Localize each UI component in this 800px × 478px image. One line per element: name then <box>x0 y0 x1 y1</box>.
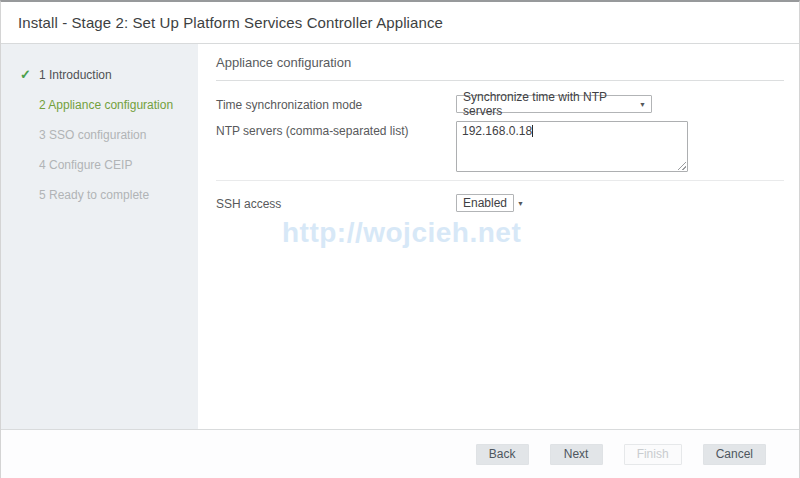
step-label: 3 SSO configuration <box>39 128 146 142</box>
chevron-down-icon: ▼ <box>507 200 524 207</box>
time-sync-label: Time synchronization mode <box>216 95 456 112</box>
ntp-servers-row: NTP servers (comma-separated list) 192.1… <box>216 121 784 172</box>
time-sync-selected-value: Synchronize time with NTP servers <box>463 90 629 118</box>
finish-button[interactable]: Finish <box>624 444 682 465</box>
resize-handle-icon[interactable] <box>677 161 686 170</box>
titlebar: Install - Stage 2: Set Up Platform Servi… <box>1 2 799 44</box>
chevron-down-icon: ▼ <box>629 101 646 108</box>
ssh-access-selected-value: Enabled <box>463 196 507 210</box>
back-button[interactable]: Back <box>476 444 529 465</box>
wizard-steps-sidebar: ✓ 1 Introduction 2 Appliance configurati… <box>1 44 198 429</box>
text-cursor <box>532 125 533 137</box>
installer-window: Install - Stage 2: Set Up Platform Servi… <box>0 0 800 478</box>
cancel-button[interactable]: Cancel <box>703 444 766 465</box>
divider <box>216 180 784 181</box>
page-title: Appliance configuration <box>216 44 784 81</box>
sidebar-step-sso-configuration: 3 SSO configuration <box>1 120 198 150</box>
step-label: 1 Introduction <box>39 68 112 82</box>
ntp-servers-label: NTP servers (comma-separated list) <box>216 121 456 138</box>
ssh-access-row: SSH access Enabled ▼ <box>216 194 784 212</box>
sidebar-step-introduction: ✓ 1 Introduction <box>1 60 198 90</box>
main-content: Appliance configuration Time synchroniza… <box>198 44 799 429</box>
ssh-access-label: SSH access <box>216 194 456 211</box>
watermark-text: http://wojcieh.net <box>282 217 521 249</box>
body: ✓ 1 Introduction 2 Appliance configurati… <box>1 44 799 429</box>
footer-button-bar: Back Next Finish Cancel <box>1 429 799 478</box>
sidebar-step-ready-to-complete: 5 Ready to complete <box>1 180 198 210</box>
ntp-servers-value: 192.168.0.18 <box>462 124 532 138</box>
sidebar-step-configure-ceip: 4 Configure CEIP <box>1 150 198 180</box>
ntp-servers-input[interactable]: 192.168.0.18 <box>456 121 688 172</box>
ssh-access-select[interactable]: Enabled ▼ <box>456 194 514 212</box>
window-title: Install - Stage 2: Set Up Platform Servi… <box>18 14 443 31</box>
next-button[interactable]: Next <box>550 444 603 465</box>
checkmark-icon: ✓ <box>20 67 31 82</box>
step-label: 2 Appliance configuration <box>39 98 173 112</box>
step-label: 4 Configure CEIP <box>39 158 132 172</box>
time-sync-row: Time synchronization mode Synchronize ti… <box>216 95 784 113</box>
sidebar-step-appliance-configuration: 2 Appliance configuration <box>1 90 198 120</box>
step-label: 5 Ready to complete <box>39 188 149 202</box>
time-sync-select[interactable]: Synchronize time with NTP servers ▼ <box>456 95 652 113</box>
